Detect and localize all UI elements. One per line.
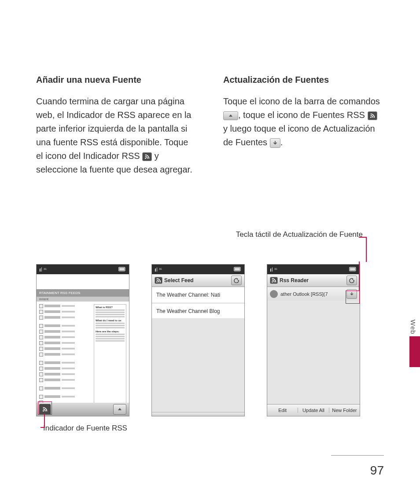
callout-line-update-v2 <box>366 237 367 262</box>
rss-indicator-icon <box>142 152 152 161</box>
screenshot-2: 3G Select Feed The Weather Channel: Nati <box>151 264 245 416</box>
feed-item-2[interactable]: The Weather Channel Blog <box>152 303 244 320</box>
info-box: What is RSS? What do I need to us Here a… <box>94 304 126 406</box>
screenshot-3: 3G Rss Reader ather Ou <box>267 264 360 416</box>
screenshot-2-wrap: 3G Select Feed The Weather Channel: Nati <box>151 264 245 416</box>
empty-area-2 <box>267 301 360 405</box>
left-paragraph: Cuando termina de cargar una página web,… <box>36 95 197 177</box>
info-box-h2: What do I need to us <box>96 319 125 322</box>
browser-toolbar <box>37 403 129 416</box>
empty-area <box>152 318 244 412</box>
side-tab: Web <box>409 317 420 365</box>
svg-text:3G: 3G <box>44 268 47 270</box>
svg-rect-8 <box>235 268 240 270</box>
rss-reader-title: Rss Reader <box>280 277 309 283</box>
feed-update-icon <box>270 138 280 148</box>
callout-update-key: Tecla táctil de Actualización de Fuente <box>236 230 363 239</box>
footer-line <box>331 455 384 456</box>
right-text-a: Toque el icono de la barra de comandos <box>223 96 380 106</box>
status-bar-2: 3G <box>152 265 244 274</box>
svg-point-9 <box>156 281 158 283</box>
back-button-2[interactable] <box>346 276 357 285</box>
back-button[interactable] <box>231 276 242 285</box>
toolbar-up-button[interactable] <box>113 404 126 415</box>
command-bar-up-icon <box>223 111 238 120</box>
side-tab-label: Web <box>409 317 417 335</box>
right-column: Actualización de Fuentes Toque el icono … <box>223 75 384 177</box>
left-column: Añadir una nueva Fuente Cuando termina d… <box>36 75 197 177</box>
select-feed-title: Select Feed <box>164 277 194 283</box>
rss-feeds-icon <box>368 111 377 120</box>
edit-button[interactable]: Edit <box>267 408 298 413</box>
status-bar-3: 3G <box>267 265 360 274</box>
bottom-edge <box>152 412 244 416</box>
manual-page: Añadir una nueva Fuente Cuando termina d… <box>0 0 420 504</box>
svg-point-5 <box>43 410 44 412</box>
svg-point-13 <box>272 281 273 283</box>
feed-update-button[interactable] <box>346 289 357 299</box>
screenshots-row: 3G RTAINMENT RSS FEEDS inment <box>36 264 384 438</box>
svg-text:3G: 3G <box>274 268 277 270</box>
svg-point-1 <box>370 117 372 118</box>
rss-indicator-button[interactable] <box>39 404 51 415</box>
svg-point-0 <box>145 158 146 159</box>
callout-rss-indicator: Indicador de Fuente RSS <box>43 423 127 433</box>
titlebar-select-feed: Select Feed <box>152 274 244 287</box>
status-bar-1: 3G <box>37 265 129 274</box>
feed-folder-row[interactable]: ather Outlook [RSS](7 <box>267 287 360 302</box>
right-paragraph: Toque el icono de la barra de comandos ,… <box>223 95 384 149</box>
feed-folder-label: ather Outlook [RSS](7 <box>280 291 344 297</box>
screenshot-1: 3G RTAINMENT RSS FEEDS inment <box>36 264 129 416</box>
feed-item-1[interactable]: The Weather Channel: Nati <box>152 287 244 303</box>
page-section-sub: inment <box>37 297 129 302</box>
info-box-h3: Here are the steps: <box>96 330 125 333</box>
right-text-c: y luego toque el icono de Actualización … <box>223 124 375 147</box>
page-section-title: RTAINMENT RSS FEEDS <box>37 289 129 297</box>
info-box-h1: What is RSS? <box>96 306 125 309</box>
left-heading: Añadir una nueva Fuente <box>36 75 197 85</box>
screenshot-3-wrap: 3G Rss Reader ather Ou <box>267 264 360 416</box>
new-folder-button[interactable]: New Folder <box>329 408 360 413</box>
titlebar-rss-reader: Rss Reader <box>267 274 360 287</box>
right-heading: Actualización de Fuentes <box>223 75 384 85</box>
left-text-a: Cuando termina de cargar una página web,… <box>36 96 191 161</box>
globe-icon <box>270 290 278 298</box>
svg-rect-12 <box>350 268 355 270</box>
bottom-commands: Edit Update All New Folder <box>267 404 360 416</box>
browser-body: RTAINMENT RSS FEEDS inment <box>37 274 129 416</box>
page-number: 97 <box>370 464 384 478</box>
text-columns: Añadir una nueva Fuente Cuando termina d… <box>36 75 384 177</box>
update-all-button[interactable]: Update All <box>298 408 329 413</box>
svg-rect-4 <box>119 268 125 270</box>
feed-list <box>39 304 91 406</box>
right-text-b: , toque el icono de Fuentes RSS <box>238 110 368 120</box>
right-text-d: . <box>280 137 283 147</box>
rss-title-icon <box>155 277 162 284</box>
screenshot-1-wrap: 3G RTAINMENT RSS FEEDS inment <box>36 264 129 438</box>
rss-title-icon-2 <box>270 277 278 284</box>
side-tab-block <box>409 336 420 367</box>
svg-text:3G: 3G <box>159 268 162 270</box>
